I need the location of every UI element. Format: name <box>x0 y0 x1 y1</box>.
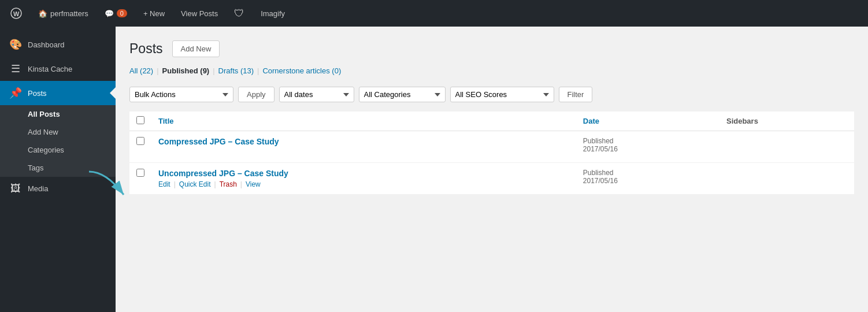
apply-button[interactable]: Apply <box>238 87 275 102</box>
toolbar: Bulk Actions Apply All dates All Categor… <box>129 82 854 107</box>
media-icon: 🖼 <box>9 183 22 195</box>
kinsta-icon: ☰ <box>9 62 22 75</box>
site-name-label: perfmatters <box>50 9 88 18</box>
add-new-label: Add New <box>28 128 58 136</box>
posts-icon: 📌 <box>9 87 22 99</box>
row1-checkbox[interactable] <box>136 137 144 145</box>
layout: 🎨 Dashboard ☰ Kinsta Cache 📌 Posts All P… <box>0 27 868 312</box>
comment-count: 0 <box>117 9 127 17</box>
row2-date-cell: Published 2017/05/16 <box>576 163 719 195</box>
submenu-categories[interactable]: Categories <box>0 141 116 159</box>
row2-date-status: Published <box>583 169 713 177</box>
date-header[interactable]: Date <box>576 112 719 131</box>
add-new-button[interactable]: Add New <box>172 40 220 57</box>
submenu-add-new[interactable]: Add New <box>0 123 116 141</box>
sidebar-item-dashboard[interactable]: 🎨 Dashboard <box>0 32 116 57</box>
sidebars-header: Sidebars <box>719 112 854 131</box>
row2-edit-link[interactable]: Edit <box>158 180 170 188</box>
submenu-all-posts[interactable]: All Posts <box>0 105 116 123</box>
categories-select[interactable]: All Categories <box>359 87 446 102</box>
table-row: Compressed JPG – Case Study Edit | Quick… <box>129 131 854 163</box>
posts-submenu: All Posts Add New Categories Tags <box>0 105 116 177</box>
tags-label: Tags <box>28 164 43 172</box>
categories-label: Categories <box>28 146 64 154</box>
filter-links: All (22) | Published (9) | Drafts (13) |… <box>129 66 854 75</box>
row2-sidebars-cell <box>719 163 854 195</box>
filter-cornerstone[interactable]: Cornerstone articles (0) <box>262 66 341 75</box>
check-all-header <box>129 112 151 131</box>
row1-date-cell: Published 2017/05/16 <box>576 131 719 163</box>
row2-title-link[interactable]: Uncompressed JPG – Case Study <box>158 169 288 178</box>
seo-scores-select[interactable]: All SEO Scores <box>450 87 554 102</box>
row1-title-cell: Compressed JPG – Case Study Edit | Quick… <box>151 131 576 163</box>
row2-view-link[interactable]: View <box>246 180 261 188</box>
bulk-actions-select[interactable]: Bulk Actions <box>129 87 233 102</box>
svg-text:W: W <box>13 10 20 17</box>
yoast-button[interactable]: 🛡 <box>231 5 248 22</box>
check-all-checkbox[interactable] <box>136 116 144 124</box>
page-title: Posts <box>129 41 163 57</box>
title-header[interactable]: Title <box>151 112 576 131</box>
filter-button[interactable]: Filter <box>559 87 593 102</box>
wp-logo-button[interactable]: W <box>7 5 25 21</box>
sidebar-item-kinsta-cache[interactable]: ☰ Kinsta Cache <box>0 57 116 81</box>
imagify-button[interactable]: Imagify <box>257 7 288 20</box>
row1-date-status: Published <box>583 137 713 145</box>
table-header-row: Title Date Sidebars <box>129 112 854 131</box>
row1-check-cell <box>129 131 151 163</box>
new-post-button[interactable]: + New <box>140 7 168 20</box>
annotation-arrow <box>83 169 153 203</box>
view-posts-button[interactable]: View Posts <box>177 7 221 20</box>
row1-sidebars-cell <box>719 131 854 163</box>
site-name-button[interactable]: 🏠 perfmatters <box>35 7 92 20</box>
all-posts-label: All Posts <box>28 110 60 118</box>
sidebar-item-posts[interactable]: 📌 Posts <box>0 81 116 105</box>
row1-date-value: 2017/05/16 <box>583 145 713 153</box>
home-icon: 🏠 <box>38 9 47 18</box>
main-content: Posts Add New All (22) | Published (9) |… <box>116 27 868 312</box>
row2-title-cell: Uncompressed JPG – Case Study Edit | Qui… <box>151 163 576 195</box>
sidebar-item-posts-label: Posts <box>28 89 47 98</box>
new-label: + New <box>143 9 165 18</box>
row2-actions: Edit | Quick Edit | Trash | View <box>158 180 569 188</box>
dates-select[interactable]: All dates <box>279 87 354 102</box>
row2-date-value: 2017/05/16 <box>583 177 713 185</box>
row1-title-link[interactable]: Compressed JPG – Case Study <box>158 137 279 146</box>
comment-icon: 💬 <box>105 9 114 18</box>
sep1: | <box>157 66 158 75</box>
sep2: | <box>213 66 214 75</box>
dashboard-icon: 🎨 <box>9 38 22 51</box>
yoast-icon: 🛡 <box>234 8 244 20</box>
imagify-label: Imagify <box>261 9 285 18</box>
sidebar-item-kinsta-label: Kinsta Cache <box>28 65 72 73</box>
sep3: | <box>257 66 259 75</box>
filter-published[interactable]: Published (9) <box>162 66 210 75</box>
table-row: Uncompressed JPG – Case Study Edit | Qui… <box>129 163 854 195</box>
page-header: Posts Add New <box>129 40 854 57</box>
row2-trash-link[interactable]: Trash <box>220 180 237 188</box>
admin-bar: W 🏠 perfmatters 💬 0 + New View Posts 🛡 I… <box>0 0 868 27</box>
row2-check-cell <box>129 163 151 195</box>
filter-drafts[interactable]: Drafts (13) <box>218 66 254 75</box>
filter-all[interactable]: All (22) <box>129 66 153 75</box>
posts-table: Title Date Sidebars Compressed JPG – Cas… <box>129 112 854 195</box>
comments-button[interactable]: 💬 0 <box>101 7 131 20</box>
row2-quick-edit-link[interactable]: Quick Edit <box>179 180 211 188</box>
view-posts-label: View Posts <box>181 9 218 18</box>
sidebar-item-dashboard-label: Dashboard <box>28 40 65 49</box>
sidebar-item-media-label: Media <box>28 184 48 193</box>
